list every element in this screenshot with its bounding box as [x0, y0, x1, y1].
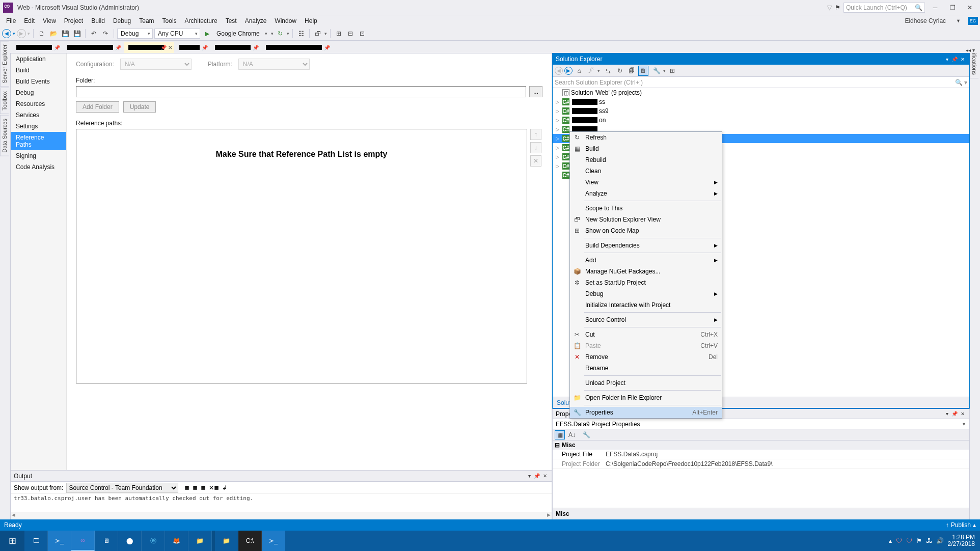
cmd-icon[interactable]: C:\: [238, 531, 262, 551]
menu-project[interactable]: Project: [60, 16, 87, 25]
browse-folder-button[interactable]: ...: [529, 86, 542, 97]
ctx-initialize-interactive-with-project[interactable]: Initialize Interactive with Project: [570, 299, 722, 311]
menu-debug[interactable]: Debug: [109, 16, 135, 25]
solution-root[interactable]: Solution 'Web' (9 projects): [571, 89, 642, 96]
publish-button[interactable]: ↑ Publish ▴: [946, 521, 976, 529]
ctx-set-as-startup-project[interactable]: ✲Set as StartUp Project: [570, 277, 722, 288]
solution-platform-combo[interactable]: Any CPU: [154, 29, 200, 39]
ctx-source-control[interactable]: Source Control▶: [570, 314, 722, 325]
pin-icon[interactable]: 📌: [202, 45, 208, 50]
quick-launch-input[interactable]: Quick Launch (Ctrl+Q) 🔍: [843, 3, 925, 13]
document-tab[interactable]: 📌: [12, 42, 62, 53]
autohide-icon[interactable]: 📌: [950, 411, 959, 417]
ctx-manage-nuget-packages-[interactable]: 📦Manage NuGet Packages...: [570, 266, 722, 277]
close-pane-icon[interactable]: ✕: [541, 473, 549, 479]
powershell-icon[interactable]: ≻_: [48, 531, 71, 551]
pin-icon[interactable]: 📌: [115, 45, 121, 50]
tb-extra1-icon[interactable]: ☷: [296, 29, 306, 39]
document-tab[interactable]: 📌: [63, 42, 123, 53]
visual-studio-icon[interactable]: ∞: [71, 531, 95, 551]
solution-config-combo[interactable]: Debug: [117, 29, 153, 39]
remove-path-button[interactable]: ✕: [530, 155, 541, 167]
output-btn1-icon[interactable]: ≣: [184, 484, 189, 491]
minimize-button[interactable]: ─: [928, 3, 942, 13]
prop-nav-resources[interactable]: Resources: [11, 98, 66, 109]
menu-architecture[interactable]: Architecture: [181, 16, 222, 25]
prop-nav-debug[interactable]: Debug: [11, 87, 66, 98]
move-down-button[interactable]: ↓: [530, 142, 541, 153]
pin-icon[interactable]: 📌: [324, 45, 330, 50]
window-position-icon[interactable]: ▾: [527, 473, 532, 479]
system-clock[interactable]: 1:28 PM 2/27/2018: [948, 534, 975, 547]
se-home-icon[interactable]: ⌂: [574, 66, 584, 76]
se-showall-icon[interactable]: 🗐: [627, 66, 637, 76]
running-powershell-icon[interactable]: ≻_: [262, 531, 285, 551]
folder-input[interactable]: [76, 86, 526, 97]
ctx-cut[interactable]: ✂CutCtrl+X: [570, 329, 722, 340]
prop-nav-application[interactable]: Application: [11, 53, 66, 65]
ctx-new-solution-explorer-view[interactable]: 🗗New Solution Explorer View: [570, 214, 722, 225]
browser-refresh-icon[interactable]: ↻: [275, 29, 285, 39]
properties-wrench-icon[interactable]: 🔧: [581, 430, 591, 439]
output-source-select[interactable]: Source Control - Team Foundation: [66, 483, 178, 493]
task-view-icon[interactable]: 🗔: [24, 531, 48, 551]
reference-paths-list[interactable]: Make Sure that Reference Path List is em…: [76, 129, 527, 383]
ctx-open-folder-in-file-explorer[interactable]: 📁Open Folder in File Explorer: [570, 392, 722, 403]
save-all-icon[interactable]: 💾: [72, 29, 82, 39]
se-preview-icon[interactable]: 🗎: [638, 66, 648, 76]
ctx-properties[interactable]: 🔧PropertiesAlt+Enter: [570, 407, 722, 418]
add-folder-button[interactable]: Add Folder: [76, 101, 119, 113]
solution-search-input[interactable]: Search Solution Explorer (Ctrl+;) 🔍 ▾: [553, 77, 969, 88]
autohide-icon[interactable]: 📌: [950, 57, 959, 62]
pin-icon[interactable]: 📌: [253, 45, 259, 50]
nav-forward-button[interactable]: ▶: [17, 29, 26, 38]
running-explorer-icon[interactable]: 📁: [215, 531, 238, 551]
menu-file[interactable]: File: [2, 16, 20, 25]
data-sources-tab[interactable]: Data Sources: [0, 115, 9, 156]
categorized-icon[interactable]: ▦: [555, 430, 565, 439]
menu-tools[interactable]: Tools: [158, 16, 181, 25]
new-project-icon[interactable]: 🗋: [37, 29, 47, 39]
ctx-scope-to-this[interactable]: Scope to This: [570, 203, 722, 214]
output-btn2-icon[interactable]: ≣: [193, 484, 198, 491]
tray-network-icon[interactable]: 🖧: [926, 537, 932, 544]
se-collapse-icon[interactable]: ⇆: [603, 66, 613, 76]
close-pane-icon[interactable]: ✕: [959, 411, 966, 417]
platform-select[interactable]: N/A: [238, 59, 310, 70]
ctx-build[interactable]: ▦Build: [570, 143, 722, 154]
document-tab[interactable]: 📌: [175, 42, 210, 53]
se-codemap-icon[interactable]: ⊞: [667, 66, 677, 76]
ctx-debug[interactable]: Debug▶: [570, 288, 722, 299]
se-back-icon[interactable]: ◀: [555, 67, 563, 75]
ctx-refresh[interactable]: ↻Refresh: [570, 132, 722, 143]
tb-extra3-icon[interactable]: ⊞: [334, 29, 344, 39]
se-sync-icon[interactable]: ☄: [586, 66, 596, 76]
se-forward-icon[interactable]: ▶: [564, 67, 573, 75]
menu-view[interactable]: View: [39, 16, 60, 25]
internet-explorer-icon[interactable]: ⓔ: [142, 531, 165, 551]
ctx-remove[interactable]: ✕RemoveDel: [570, 351, 722, 363]
open-file-icon[interactable]: 📂: [48, 29, 59, 39]
property-category[interactable]: ⊟Misc: [553, 440, 969, 450]
tb-extra5-icon[interactable]: ⊡: [357, 29, 367, 39]
ctx-rename[interactable]: Rename: [570, 363, 722, 374]
menu-edit[interactable]: Edit: [20, 16, 39, 25]
chrome-icon[interactable]: ⬤: [118, 531, 142, 551]
alphabetical-icon[interactable]: A↓: [567, 430, 577, 439]
ctx-add[interactable]: Add▶: [570, 255, 722, 266]
undo-icon[interactable]: ↶: [89, 29, 99, 39]
ctx-unload-project[interactable]: Unload Project: [570, 377, 722, 389]
se-refresh-icon[interactable]: ↻: [615, 66, 625, 76]
menu-test[interactable]: Test: [222, 16, 241, 25]
ctx-rebuild[interactable]: Rebuild: [570, 154, 722, 166]
remote-desktop-icon[interactable]: 🖥: [95, 531, 118, 551]
document-tab[interactable]: 📌: [262, 42, 332, 53]
redo-icon[interactable]: ↷: [100, 29, 111, 39]
tray-sound-icon[interactable]: 🔊: [936, 537, 944, 544]
menu-window[interactable]: Window: [270, 16, 301, 25]
maximize-button[interactable]: ❐: [945, 3, 960, 13]
prop-nav-build[interactable]: Build: [11, 65, 66, 76]
output-btn3-icon[interactable]: ≣: [201, 484, 206, 491]
properties-object-combo[interactable]: EFSS.Data9 Project Properties ▼: [553, 419, 969, 429]
close-icon[interactable]: 📌 ✕: [160, 45, 172, 50]
